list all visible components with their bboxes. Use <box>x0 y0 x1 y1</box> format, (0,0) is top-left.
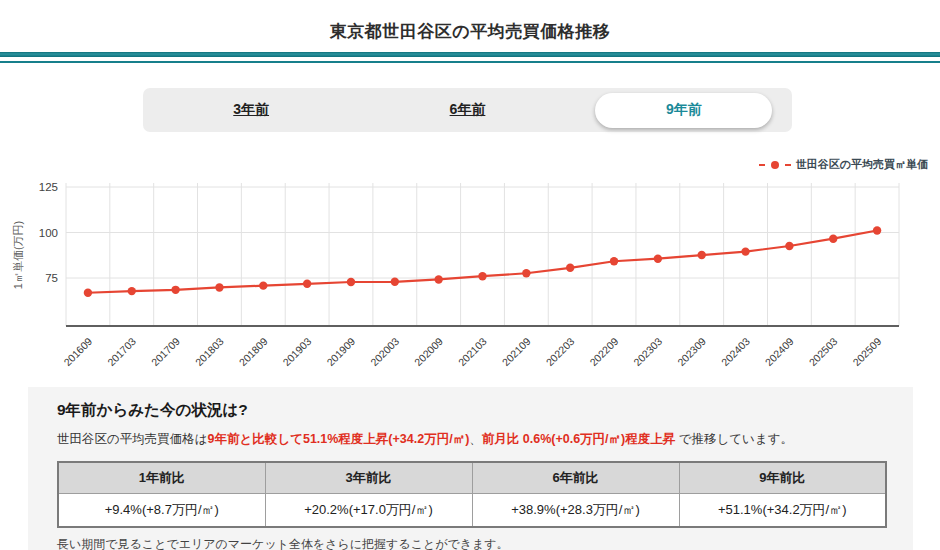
summary-sentence: 世田谷区の平均売買価格は9年前と比較して51.1%程度上昇(+34.2万円/㎡)… <box>57 430 887 448</box>
summary-heading: 9年前からみた今の状況は? <box>57 400 887 420</box>
x-tick-label: 202409 <box>763 335 796 368</box>
sentence-segment: 、 <box>469 432 482 446</box>
table-header-cell: 3年前比 <box>265 462 472 494</box>
table-header-cell: 6年前比 <box>472 462 679 494</box>
line-chart-svg: 125100751㎡単価(万円)201609201703201709201803… <box>0 145 940 380</box>
data-point-202303[interactable] <box>654 255 662 263</box>
tab-cell: 6年前 <box>359 88 575 132</box>
data-point-201609[interactable] <box>84 289 92 297</box>
data-point-201903[interactable] <box>303 280 311 288</box>
comparison-table-value-row: +9.4%(+8.7万円/㎡)+20.2%(+17.0万円/㎡)+38.9%(+… <box>58 494 886 528</box>
x-tick-label: 201903 <box>280 335 313 368</box>
data-point-202509[interactable] <box>873 226 881 234</box>
x-tick-label: 201703 <box>105 335 138 368</box>
page-header: 東京都世田谷区の平均売買価格推移 <box>0 0 940 43</box>
y-tick-label: 125 <box>39 181 58 193</box>
data-point-201803[interactable] <box>215 283 223 291</box>
data-point-202003[interactable] <box>391 278 399 286</box>
x-tick-label: 202509 <box>850 335 883 368</box>
y-tick-label: 75 <box>45 272 58 284</box>
tab-cell: 9年前 <box>576 88 792 132</box>
x-tick-label: 201809 <box>236 335 269 368</box>
summary-note: 長い期間で見ることでエリアのマーケット全体をさらに把握することができます。 <box>57 536 887 550</box>
tab-period-3年前[interactable]: 3年前 <box>233 101 269 119</box>
data-point-201709[interactable] <box>171 286 179 294</box>
y-tick-label: 100 <box>39 227 58 239</box>
table-value-cell: +9.4%(+8.7万円/㎡) <box>58 494 265 528</box>
data-point-202309[interactable] <box>698 251 706 259</box>
data-line <box>88 230 877 292</box>
data-point-202103[interactable] <box>478 272 486 280</box>
page-title: 東京都世田谷区の平均売買価格推移 <box>0 0 940 43</box>
tab-period-6年前[interactable]: 6年前 <box>450 101 486 119</box>
sentence-segment: で推移しています。 <box>675 432 793 446</box>
period-tabs: 3年前6年前9年前 <box>143 88 792 132</box>
x-tick-label: 201709 <box>149 335 182 368</box>
data-point-202403[interactable] <box>741 247 749 255</box>
x-tick-label: 202009 <box>412 335 445 368</box>
x-tick-label: 202303 <box>631 335 664 368</box>
data-point-201809[interactable] <box>259 281 267 289</box>
price-trend-chart: 125100751㎡単価(万円)201609201703201709201803… <box>0 145 940 380</box>
sentence-segment: 前月比 0.6%(+0.6万円/㎡)程度上昇 <box>482 432 675 446</box>
tab-period-9年前[interactable]: 9年前 <box>595 93 772 128</box>
comparison-table-header-row: 1年前比3年前比6年前比9年前比 <box>58 462 886 494</box>
header-divider-thick <box>0 52 940 57</box>
table-value-cell: +20.2%(+17.0万円/㎡) <box>265 494 472 528</box>
y-axis-title: 1㎡単価(万円) <box>12 221 24 289</box>
x-tick-label: 202109 <box>499 335 532 368</box>
x-tick-label: 202503 <box>806 335 839 368</box>
x-tick-label: 202203 <box>543 335 576 368</box>
data-point-202503[interactable] <box>829 234 837 242</box>
header-divider-thin <box>0 61 940 63</box>
x-tick-label: 202003 <box>368 335 401 368</box>
data-point-201909[interactable] <box>347 278 355 286</box>
sentence-segment: 9年前と比較して51.1%程度上昇(+34.2万円/㎡) <box>208 432 470 446</box>
data-point-202203[interactable] <box>566 264 574 272</box>
comparison-table: 1年前比3年前比6年前比9年前比 +9.4%(+8.7万円/㎡)+20.2%(+… <box>57 461 887 528</box>
tab-cell: 3年前 <box>143 88 359 132</box>
summary-panel: 9年前からみた今の状況は? 世田谷区の平均売買価格は9年前と比較して51.1%程… <box>28 387 913 550</box>
data-point-201703[interactable] <box>128 287 136 295</box>
x-tick-label: 202103 <box>456 335 489 368</box>
x-tick-label: 201803 <box>193 335 226 368</box>
table-value-cell: +51.1%(+34.2万円/㎡) <box>679 494 886 528</box>
x-tick-label: 201609 <box>61 335 94 368</box>
x-tick-label: 202403 <box>719 335 752 368</box>
table-header-cell: 1年前比 <box>58 462 265 494</box>
table-header-cell: 9年前比 <box>679 462 886 494</box>
sentence-segment: 世田谷区の平均売買価格は <box>57 432 208 446</box>
x-tick-label: 202209 <box>587 335 620 368</box>
x-tick-label: 202309 <box>675 335 708 368</box>
data-point-202109[interactable] <box>522 269 530 277</box>
data-point-202209[interactable] <box>610 257 618 265</box>
table-value-cell: +38.9%(+28.3万円/㎡) <box>472 494 679 528</box>
data-point-202009[interactable] <box>434 275 442 283</box>
x-tick-label: 201909 <box>324 335 357 368</box>
data-point-202409[interactable] <box>785 242 793 250</box>
